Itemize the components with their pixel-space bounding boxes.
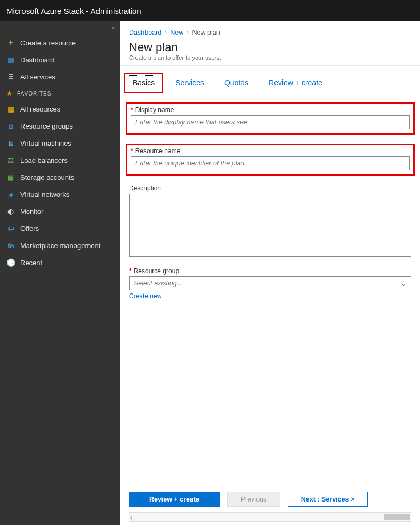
- sidebar-label: Monitor: [20, 208, 43, 216]
- sidebar-item-storage-accounts[interactable]: ▤ Storage accounts: [0, 169, 120, 186]
- sidebar-label: All resources: [20, 105, 60, 113]
- storage-icon: ▤: [6, 173, 15, 181]
- app-title: Microsoft Azure Stack - Administration: [6, 6, 141, 15]
- sidebar-label: Storage accounts: [20, 173, 74, 181]
- sidebar-item-monitor[interactable]: ◐ Monitor: [0, 203, 120, 220]
- chevron-down-icon: ⌄: [401, 280, 407, 288]
- tag-icon: 🏷: [6, 224, 15, 233]
- sidebar-item-marketplace[interactable]: 🛍 Marketplace management: [0, 237, 120, 254]
- tab-review-create[interactable]: Review + create: [263, 75, 328, 90]
- load-balancer-icon: ⚖: [6, 156, 15, 164]
- footer-actions: Review + create Previous Next : Services…: [120, 482, 420, 512]
- tab-services[interactable]: Services: [170, 75, 209, 90]
- scrollbar-thumb[interactable]: [384, 514, 410, 520]
- sidebar-label: Virtual machines: [20, 139, 71, 147]
- sidebar-item-recent[interactable]: 🕓 Recent: [0, 254, 120, 271]
- display-name-input[interactable]: [131, 115, 410, 129]
- breadcrumb-new[interactable]: New: [170, 29, 183, 36]
- tab-quotas[interactable]: Quotas: [219, 75, 254, 90]
- sidebar-item-all-resources[interactable]: ▦ All resources: [0, 100, 120, 117]
- sidebar-label: Load balancers: [20, 156, 68, 164]
- sidebar-label: Virtual networks: [20, 190, 69, 198]
- page-title: New plan: [129, 41, 411, 54]
- sidebar-label: All services: [20, 73, 55, 81]
- sidebar-label: Resource groups: [20, 122, 73, 130]
- required-indicator: *: [131, 147, 133, 155]
- sidebar-dashboard[interactable]: ▦ Dashboard: [0, 51, 120, 68]
- app-title-bar: Microsoft Azure Stack - Administration: [0, 0, 420, 21]
- previous-button: Previous: [227, 492, 280, 507]
- list-icon: ☰: [6, 73, 15, 81]
- sidebar-label: Offers: [20, 225, 39, 233]
- collapse-sidebar-button[interactable]: «: [0, 21, 120, 34]
- create-new-link[interactable]: Create new: [129, 292, 161, 300]
- description-input[interactable]: [129, 194, 411, 257]
- grid-icon: ▦: [6, 105, 15, 113]
- plus-icon: +: [6, 38, 15, 47]
- dashboard-icon: ▦: [6, 55, 15, 64]
- required-indicator: *: [131, 106, 133, 114]
- display-name-group: * Display name: [126, 102, 415, 135]
- cube-icon: ⧈: [6, 122, 15, 130]
- breadcrumb-current: New plan: [192, 29, 220, 36]
- vm-icon: 🖥: [6, 139, 15, 147]
- select-placeholder: Select existing...: [134, 280, 182, 287]
- sidebar-item-offers[interactable]: 🏷 Offers: [0, 220, 120, 237]
- network-icon: ◈: [6, 190, 15, 198]
- sidebar-item-virtual-networks[interactable]: ◈ Virtual networks: [0, 186, 120, 203]
- breadcrumb-dashboard[interactable]: Dashboard: [129, 29, 161, 36]
- clock-icon: 🕓: [6, 258, 15, 267]
- display-name-label: Display name: [135, 106, 174, 114]
- tabs: Basics Services Quotas Review + create: [120, 66, 420, 90]
- page-subtitle: Create a plan to offer to your users.: [129, 54, 411, 61]
- sidebar: « + Create a resource ▦ Dashboard ☰ All …: [0, 21, 120, 525]
- resource-name-group: * Resource name: [126, 144, 415, 176]
- chevron-left-icon: «: [111, 24, 115, 31]
- star-icon: ★: [6, 90, 13, 97]
- sidebar-label: Create a resource: [20, 39, 76, 47]
- sidebar-all-services[interactable]: ☰ All services: [0, 68, 120, 85]
- sidebar-label: Dashboard: [20, 56, 54, 64]
- next-services-button[interactable]: Next : Services >: [288, 492, 368, 507]
- breadcrumb: Dashboard › New › New plan: [120, 21, 420, 39]
- shopping-bag-icon: 🛍: [6, 241, 15, 250]
- resource-name-input[interactable]: [131, 156, 410, 170]
- sidebar-label: Marketplace management: [20, 242, 100, 250]
- sidebar-create-resource[interactable]: + Create a resource: [0, 34, 120, 51]
- chevron-right-icon: ›: [187, 29, 189, 36]
- required-indicator: *: [129, 267, 132, 275]
- description-group: Description: [129, 185, 411, 259]
- favorites-header: ★ FAVORITES: [0, 85, 120, 100]
- resource-group-select[interactable]: Select existing... ⌄: [129, 276, 411, 290]
- sidebar-label: Recent: [20, 259, 42, 267]
- chevron-right-icon: ›: [165, 29, 167, 36]
- sidebar-item-load-balancers[interactable]: ⚖ Load balancers: [0, 152, 120, 169]
- resource-group-label: Resource group: [134, 267, 179, 275]
- scroll-left-icon: ‹: [130, 514, 132, 520]
- monitor-icon: ◐: [6, 207, 15, 216]
- tab-basics[interactable]: Basics: [127, 75, 160, 90]
- resource-group-group: * Resource group Select existing... ⌄ Cr…: [129, 267, 411, 300]
- sidebar-item-resource-groups[interactable]: ⧈ Resource groups: [0, 117, 120, 134]
- horizontal-scrollbar[interactable]: ‹: [129, 512, 411, 522]
- sidebar-item-virtual-machines[interactable]: 🖥 Virtual machines: [0, 134, 120, 152]
- description-label: Description: [129, 185, 161, 192]
- review-create-button[interactable]: Review + create: [129, 492, 220, 507]
- resource-name-label: Resource name: [135, 147, 181, 155]
- main-content: Dashboard › New › New plan New plan Crea…: [120, 21, 420, 525]
